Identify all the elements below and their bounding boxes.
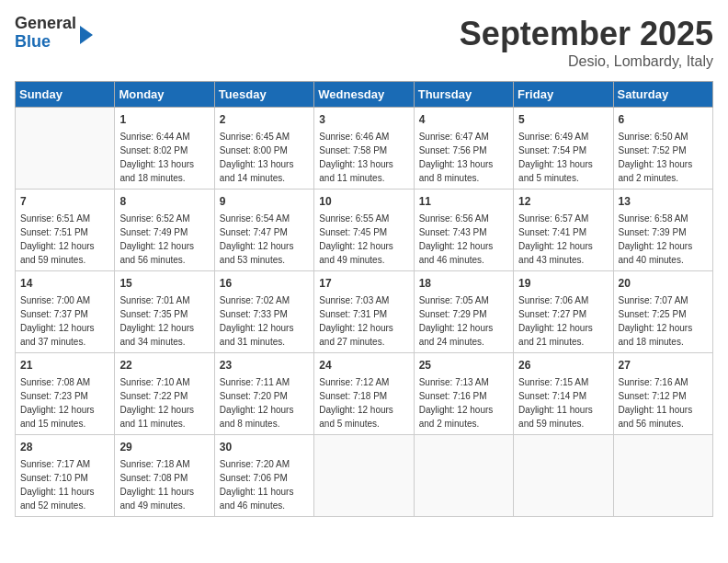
sunset-label: Sunset: 7:25 PM (619, 309, 687, 319)
sunset-label: Sunset: 7:54 PM (518, 145, 586, 155)
sunrise-label: Sunrise: 7:07 AM (619, 295, 688, 305)
cell-content: Sunrise: 7:16 AM Sunset: 7:12 PM Dayligh… (619, 375, 708, 431)
sunrise-label: Sunrise: 7:03 AM (319, 295, 389, 305)
cell-content: Sunrise: 7:12 AM Sunset: 7:18 PM Dayligh… (319, 375, 408, 431)
cell-content: Sunrise: 6:50 AM Sunset: 7:52 PM Dayligh… (619, 130, 708, 185)
cell-content: Sunrise: 7:05 AM Sunset: 7:29 PM Dayligh… (419, 293, 508, 349)
daylight-label: Daylight: 12 hours and 8 minutes. (220, 405, 294, 429)
cell-content: Sunrise: 7:00 AM Sunset: 7:37 PM Dayligh… (20, 293, 109, 349)
daylight-label: Daylight: 11 hours and 59 minutes. (518, 405, 593, 429)
sunrise-label: Sunrise: 7:18 AM (119, 459, 189, 469)
daylight-label: Daylight: 13 hours and 5 minutes. (518, 159, 593, 183)
calendar-cell: 7 Sunrise: 6:51 AM Sunset: 7:51 PM Dayli… (16, 190, 115, 271)
day-number: 21 (20, 357, 109, 373)
day-number: 22 (119, 357, 209, 373)
calendar-week-3: 14 Sunrise: 7:00 AM Sunset: 7:37 PM Dayl… (16, 271, 713, 353)
sunset-label: Sunset: 7:16 PM (419, 391, 487, 401)
daylight-label: Daylight: 12 hours and 2 minutes. (419, 405, 494, 429)
calendar-week-4: 21 Sunrise: 7:08 AM Sunset: 7:23 PM Dayl… (16, 353, 713, 435)
page-header: General Blue September 2025 Desio, Lomba… (15, 15, 713, 70)
calendar-table: SundayMondayTuesdayWednesdayThursdayFrid… (15, 81, 713, 517)
calendar-cell: 13 Sunrise: 6:58 AM Sunset: 7:39 PM Dayl… (613, 190, 712, 271)
sunrise-label: Sunrise: 7:05 AM (419, 295, 489, 305)
cell-content: Sunrise: 6:49 AM Sunset: 7:54 PM Dayligh… (518, 130, 608, 185)
daylight-label: Daylight: 12 hours and 15 minutes. (20, 405, 95, 429)
calendar-cell: 27 Sunrise: 7:16 AM Sunset: 7:12 PM Dayl… (613, 353, 712, 435)
daylight-label: Daylight: 13 hours and 2 minutes. (619, 159, 693, 183)
sunrise-label: Sunrise: 7:11 AM (220, 377, 290, 387)
sunset-label: Sunset: 7:35 PM (119, 309, 188, 319)
sunset-label: Sunset: 7:23 PM (20, 391, 88, 401)
sunset-label: Sunset: 7:33 PM (220, 309, 288, 319)
sunrise-label: Sunrise: 6:57 AM (518, 213, 588, 224)
sunset-label: Sunset: 7:52 PM (619, 145, 687, 155)
sunset-label: Sunset: 7:08 PM (119, 473, 188, 483)
sunrise-label: Sunrise: 6:49 AM (518, 132, 588, 142)
day-number: 30 (220, 439, 309, 455)
sunset-label: Sunset: 7:10 PM (20, 473, 88, 483)
calendar-cell: 12 Sunrise: 6:57 AM Sunset: 7:41 PM Dayl… (514, 190, 613, 271)
day-number: 11 (419, 193, 508, 210)
sunset-label: Sunset: 7:31 PM (319, 309, 387, 319)
sunset-label: Sunset: 7:27 PM (518, 309, 586, 319)
sunrise-label: Sunrise: 6:50 AM (619, 132, 688, 142)
day-header-tuesday: Tuesday (214, 82, 313, 108)
sunset-label: Sunset: 8:02 PM (119, 145, 188, 155)
logo-text: General Blue (15, 15, 76, 52)
sunrise-label: Sunrise: 7:12 AM (319, 377, 389, 387)
calendar-cell: 14 Sunrise: 7:00 AM Sunset: 7:37 PM Dayl… (16, 271, 115, 353)
daylight-label: Daylight: 12 hours and 27 minutes. (319, 323, 393, 347)
calendar-cell: 3 Sunrise: 6:46 AM Sunset: 7:58 PM Dayli… (314, 108, 414, 190)
cell-content: Sunrise: 7:01 AM Sunset: 7:35 PM Dayligh… (119, 293, 209, 349)
sunrise-label: Sunrise: 6:52 AM (119, 213, 189, 224)
cell-content: Sunrise: 7:10 AM Sunset: 7:22 PM Dayligh… (119, 375, 209, 431)
daylight-label: Daylight: 11 hours and 49 minutes. (119, 487, 194, 511)
day-number: 26 (518, 357, 608, 373)
day-number: 13 (619, 193, 708, 210)
day-number: 3 (319, 111, 408, 128)
cell-content: Sunrise: 6:45 AM Sunset: 8:00 PM Dayligh… (220, 130, 309, 185)
daylight-label: Daylight: 13 hours and 18 minutes. (119, 159, 194, 183)
sunrise-label: Sunrise: 7:15 AM (518, 377, 588, 387)
calendar-cell: 17 Sunrise: 7:03 AM Sunset: 7:31 PM Dayl… (314, 271, 414, 353)
cell-content: Sunrise: 7:03 AM Sunset: 7:31 PM Dayligh… (319, 293, 408, 349)
days-header-row: SundayMondayTuesdayWednesdayThursdayFrid… (16, 82, 713, 108)
calendar-week-5: 28 Sunrise: 7:17 AM Sunset: 7:10 PM Dayl… (16, 435, 713, 517)
calendar-cell (613, 435, 712, 517)
day-number: 4 (419, 111, 508, 128)
calendar-week-1: 1 Sunrise: 6:44 AM Sunset: 8:02 PM Dayli… (16, 108, 713, 190)
daylight-label: Daylight: 13 hours and 14 minutes. (220, 159, 294, 183)
daylight-label: Daylight: 12 hours and 31 minutes. (220, 323, 294, 347)
cell-content: Sunrise: 6:51 AM Sunset: 7:51 PM Dayligh… (20, 212, 109, 267)
day-number: 14 (20, 275, 109, 292)
cell-content: Sunrise: 7:08 AM Sunset: 7:23 PM Dayligh… (20, 375, 109, 431)
cell-content: Sunrise: 6:47 AM Sunset: 7:56 PM Dayligh… (419, 130, 508, 185)
sunset-label: Sunset: 7:58 PM (319, 145, 387, 155)
cell-content: Sunrise: 7:20 AM Sunset: 7:06 PM Dayligh… (220, 457, 309, 512)
calendar-cell: 26 Sunrise: 7:15 AM Sunset: 7:14 PM Dayl… (514, 353, 613, 435)
calendar-cell: 21 Sunrise: 7:08 AM Sunset: 7:23 PM Dayl… (16, 353, 115, 435)
calendar-cell (514, 435, 613, 517)
calendar-cell: 8 Sunrise: 6:52 AM Sunset: 7:49 PM Dayli… (115, 190, 214, 271)
sunrise-label: Sunrise: 7:17 AM (20, 459, 90, 469)
day-number: 15 (119, 275, 209, 292)
sunset-label: Sunset: 7:49 PM (119, 227, 188, 237)
logo-arrow-icon (80, 26, 93, 44)
sunrise-label: Sunrise: 7:10 AM (119, 377, 189, 387)
daylight-label: Daylight: 13 hours and 11 minutes. (319, 159, 393, 183)
sunrise-label: Sunrise: 7:02 AM (220, 295, 290, 305)
sunrise-label: Sunrise: 6:55 AM (319, 213, 389, 224)
sunset-label: Sunset: 7:47 PM (220, 227, 288, 237)
cell-content: Sunrise: 7:17 AM Sunset: 7:10 PM Dayligh… (20, 457, 109, 512)
calendar-week-2: 7 Sunrise: 6:51 AM Sunset: 7:51 PM Dayli… (16, 190, 713, 271)
day-number: 1 (119, 111, 209, 128)
sunset-label: Sunset: 7:14 PM (518, 391, 586, 401)
calendar-cell: 5 Sunrise: 6:49 AM Sunset: 7:54 PM Dayli… (514, 108, 613, 190)
daylight-label: Daylight: 12 hours and 24 minutes. (419, 323, 494, 347)
sunrise-label: Sunrise: 7:20 AM (220, 459, 290, 469)
day-number: 17 (319, 275, 408, 292)
sunset-label: Sunset: 7:18 PM (319, 391, 387, 401)
cell-content: Sunrise: 6:56 AM Sunset: 7:43 PM Dayligh… (419, 212, 508, 267)
daylight-label: Daylight: 12 hours and 18 minutes. (619, 323, 693, 347)
sunset-label: Sunset: 7:43 PM (419, 227, 487, 237)
